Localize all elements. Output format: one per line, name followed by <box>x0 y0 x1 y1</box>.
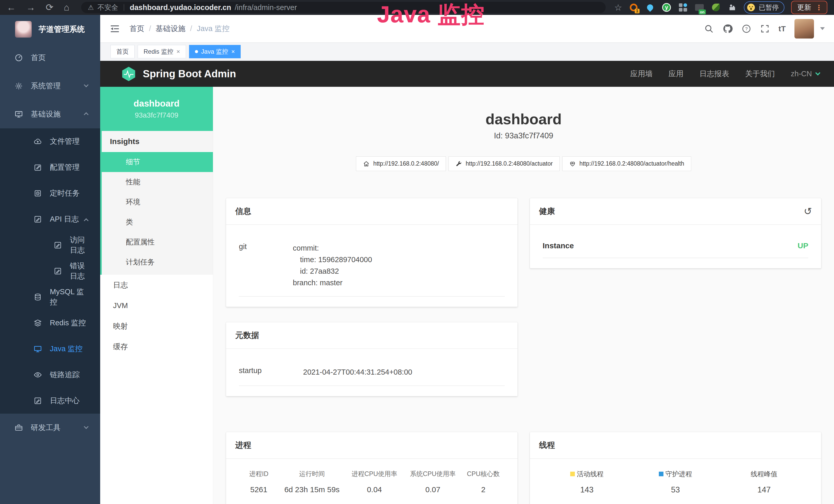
service-url-button[interactable]: http://192.168.0.2:48080/ <box>356 156 446 171</box>
sidebar-item-label: 日志中心 <box>50 396 80 406</box>
sidebar-item-error-log[interactable]: 错误日志 <box>0 258 100 284</box>
chevron-down-icon <box>84 424 88 429</box>
git-id-line: id: 27aa832 <box>293 266 372 277</box>
instance-name: dashboard <box>134 98 179 109</box>
svg-text:?: ? <box>745 26 748 31</box>
sba-menu-environment[interactable]: 环境 <box>102 192 213 212</box>
git-value: commit: time: 1596289704000 id: 27aa832 … <box>293 243 372 289</box>
breadcrumb: 首页 / 基础设施 / Java 监控 <box>129 24 229 34</box>
metadata-card-title: 元数据 <box>235 330 259 341</box>
insights-group-label[interactable]: Insights <box>102 131 213 152</box>
database-icon <box>34 293 42 301</box>
sba-menu-metrics[interactable]: 性能 <box>102 172 213 192</box>
sba-sidebar: dashboard 93a3fc7f7409 Insights 细节 性能 环境… <box>100 87 213 504</box>
sidebar-item-config-mgmt[interactable]: 配置管理 <box>0 154 100 180</box>
process-table-header: 进程ID 运行时间 进程CPU使用率 系统CPU使用率 CPU核心数 <box>239 469 505 478</box>
browser-home-icon[interactable]: ⌂ <box>64 0 69 15</box>
sidebar-item-label: Redis 监控 <box>50 318 86 328</box>
sidebar-collapse-icon[interactable] <box>109 23 120 34</box>
extension-grid-icon[interactable] <box>678 3 688 12</box>
sidebar-item-log-center[interactable]: 日志中心 <box>0 388 100 414</box>
extension-leaf-icon[interactable] <box>711 3 721 12</box>
extension-y-icon[interactable]: y <box>662 3 672 12</box>
sba-nav-journal[interactable]: 日志报表 <box>699 69 729 79</box>
sba-menu-details[interactable]: 细节 <box>102 152 213 172</box>
sba-brand-title: Spring Boot Admin <box>143 68 236 79</box>
sidebar-item-infrastructure[interactable]: 基础设施 <box>0 100 100 129</box>
search-icon[interactable] <box>704 24 714 33</box>
help-icon[interactable]: ? <box>742 24 751 33</box>
health-card-header: 健康 ↺ <box>530 198 821 225</box>
tab-redis-monitor[interactable]: Redis 监控 × <box>138 45 186 58</box>
process-card: 进程 进程ID 运行时间 进程CPU使用率 系统CPU使用率 CPU核心数 <box>226 432 518 504</box>
font-size-icon[interactable]: tT <box>778 24 786 33</box>
sba-nav-about[interactable]: 关于我们 <box>745 69 775 79</box>
log-edit-icon <box>34 396 42 405</box>
sba-menu-mappings[interactable]: 映射 <box>100 316 213 336</box>
browser-reload-icon[interactable]: ⟳ <box>46 0 53 15</box>
extension-orange-icon[interactable]: 1 <box>629 3 639 12</box>
sidebar-item-label: API 日志 <box>50 214 79 224</box>
sidebar-item-home[interactable]: 首页 <box>0 44 100 72</box>
tab-java-monitor[interactable]: Java 监控 × <box>189 45 241 58</box>
sidebar-item-dev-tools[interactable]: 研发工具 <box>0 414 100 442</box>
sba-menu-config-props[interactable]: 配置属性 <box>102 232 213 252</box>
sidebar-item-api-log[interactable]: API 日志 <box>0 206 100 232</box>
health-url: http://192.168.0.2:48080/actuator/health <box>579 160 684 167</box>
app-logo-row[interactable]: 芋道管理系统 <box>0 15 100 44</box>
browser-forward-icon[interactable]: → <box>26 0 36 15</box>
sba-menu-caches[interactable]: 缓存 <box>100 336 213 357</box>
avatar-caret-icon[interactable] <box>820 27 825 30</box>
git-time-line: time: 1596289704000 <box>293 254 372 266</box>
sidebar-item-system-mgmt[interactable]: 系统管理 <box>0 72 100 100</box>
annotation-java-monitor: Java 监控 <box>377 0 485 30</box>
sidebar-item-java-monitor[interactable]: Java 监控 <box>0 336 100 362</box>
sba-brand[interactable]: Spring Boot Admin <box>121 66 236 82</box>
bookmark-star-icon[interactable]: ☆ <box>614 2 622 13</box>
user-avatar[interactable] <box>794 19 814 39</box>
sba-menu-classes[interactable]: 类 <box>102 212 213 232</box>
sba-nav-wallboard[interactable]: 应用墙 <box>630 69 653 79</box>
browser-actions: ☆ 1 y on 已暂停 <box>614 1 827 14</box>
monitor-icon <box>14 110 23 119</box>
fullscreen-icon[interactable] <box>760 24 770 33</box>
extension-on-icon[interactable]: on <box>695 3 704 12</box>
browser-back-icon[interactable]: ← <box>7 0 16 15</box>
address-bar[interactable]: ⚠ 不安全 dashboard.yudao.iocoder.cn /infra/… <box>81 2 606 13</box>
history-icon[interactable]: ↺ <box>804 206 812 216</box>
sba-nav-applications[interactable]: 应用 <box>668 69 683 79</box>
profile-paused-chip[interactable]: 已暂停 <box>744 1 785 14</box>
sidebar-item-file-mgmt[interactable]: 文件管理 <box>0 129 100 154</box>
github-icon[interactable] <box>723 24 733 34</box>
sidebar-item-scheduled-jobs[interactable]: 定时任务 <box>0 180 100 206</box>
sba-menu-logging[interactable]: 日志 <box>100 275 213 295</box>
info-card-title: 信息 <box>235 206 251 217</box>
sidebar-item-access-log[interactable]: 访问日志 <box>0 232 100 258</box>
extensions-puzzle-icon[interactable] <box>727 3 737 12</box>
cards-grid: 信息 git commit: time: 1596289704000 id: 2… <box>226 198 821 504</box>
thread-stats: 活动线程 143 守护进程 53 <box>543 469 809 495</box>
actuator-url-button[interactable]: http://192.168.0.2:48080/actuator <box>448 156 560 171</box>
sidebar-item-redis-monitor[interactable]: Redis 监控 <box>0 310 100 336</box>
tab-home[interactable]: 首页 <box>110 45 135 58</box>
extension-pin-icon[interactable] <box>645 3 655 12</box>
close-icon[interactable]: × <box>231 48 235 55</box>
sidebar-item-tracing[interactable]: 链路追踪 <box>0 362 100 388</box>
close-icon[interactable]: × <box>176 48 180 55</box>
sidebar-item-mysql-monitor[interactable]: MySQL 监控 <box>0 284 100 310</box>
breadcrumb-infra[interactable]: 基础设施 <box>156 24 185 34</box>
health-url-button[interactable]: http://192.168.0.2:48080/actuator/health <box>562 156 691 171</box>
sidebar-item-label: 文件管理 <box>50 136 80 146</box>
extension-badge: 1 <box>635 9 640 13</box>
sba-menu-jvm[interactable]: JVM <box>100 295 213 316</box>
instance-header[interactable]: dashboard 93a3fc7f7409 <box>100 87 213 131</box>
log-edit-icon <box>53 241 62 250</box>
kebab-menu-icon[interactable]: ⋮ <box>815 3 823 12</box>
sba-language-select[interactable]: zh-CN <box>791 70 820 78</box>
health-card: 健康 ↺ Instance UP <box>530 198 821 268</box>
chrome-update-button[interactable]: 更新 ⋮ <box>791 1 827 14</box>
breadcrumb-home[interactable]: 首页 <box>129 24 144 34</box>
system-cpu-value: 0.07 <box>403 485 462 494</box>
sba-menu-scheduled-tasks[interactable]: 计划任务 <box>102 252 213 272</box>
metadata-card-header: 元数据 <box>226 322 518 349</box>
